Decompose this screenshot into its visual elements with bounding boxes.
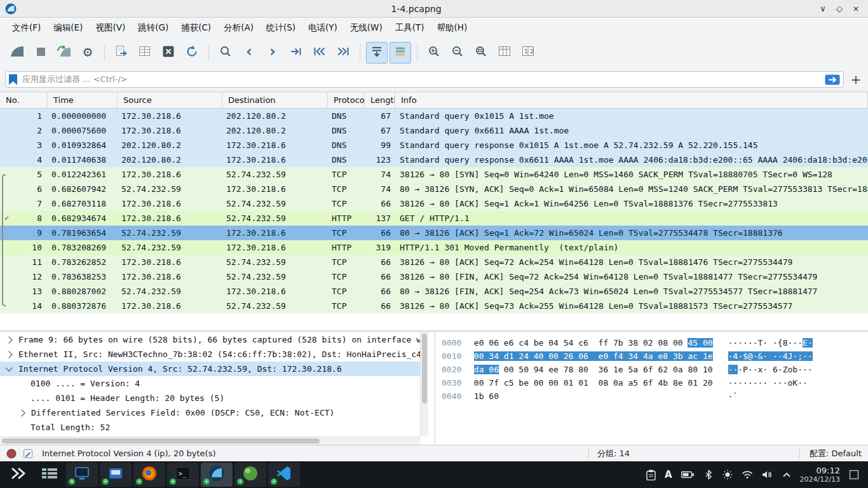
detail-line[interactable]: Differentiated Services Field: 0x00 (DSC… <box>0 405 428 420</box>
hex-row[interactable]: 001000 34 d1 24 40 00 26 06 e0 f4 34 4a … <box>435 349 868 363</box>
column-header-info[interactable]: Info <box>395 92 868 108</box>
show-desktop-button[interactable] <box>849 470 859 480</box>
restart-capture-button[interactable] <box>53 42 75 64</box>
packet-row[interactable]: 140.880372876172.30.218.652.74.232.59TCP… <box>0 299 868 313</box>
taskbar-app-terminal[interactable]: >_+ <box>167 463 199 487</box>
add-filter-button[interactable]: + <box>849 72 863 86</box>
detail-line[interactable]: Internet Protocol Version 4, Src: 52.74.… <box>0 362 428 376</box>
column-header-destination[interactable]: Destination <box>222 92 328 108</box>
packet-row[interactable]: 50.012242361172.30.218.652.74.232.59TCP7… <box>0 167 868 182</box>
column-header-no[interactable]: No. <box>0 92 48 108</box>
first-packet-button[interactable] <box>309 42 330 64</box>
detail-line[interactable]: Ethernet II, Src: NewH3CTechno_7b:38:02 … <box>0 347 428 362</box>
capture-comment-icon[interactable] <box>23 449 33 459</box>
taskbar-app-wireshark[interactable]: + <box>201 463 233 487</box>
go-to-packet-button[interactable] <box>285 42 307 64</box>
expert-info-icon[interactable] <box>6 449 17 459</box>
zoom-in-button[interactable] <box>423 42 445 64</box>
clipboard-icon[interactable] <box>646 470 656 480</box>
menu-help[interactable]: 帮助(H) <box>431 20 473 36</box>
taskbar-app-remote-desktop[interactable]: + <box>66 463 98 487</box>
menu-capture[interactable]: 捕获(C) <box>175 20 217 36</box>
save-file-button[interactable] <box>134 42 156 64</box>
display-filter-input[interactable]: 应用显示过滤器 ... <Ctrl-/> <box>5 71 844 88</box>
reload-file-button[interactable] <box>181 42 203 64</box>
hex-row[interactable]: 003000 7f c5 be 00 00 01 01 08 0a a5 6f … <box>435 376 868 390</box>
menu-statistics[interactable]: 统计(S) <box>261 20 301 36</box>
packet-row[interactable]: 90.78196365452.74.232.59172.30.218.6TCP6… <box>0 226 868 240</box>
battery-icon[interactable] <box>681 471 695 478</box>
close-file-button[interactable] <box>158 42 179 64</box>
packet-row[interactable]: 80.682934674172.30.218.652.74.232.59HTTP… <box>0 211 868 226</box>
input-method-icon[interactable]: A <box>665 469 672 480</box>
hex-row[interactable]: 0020da 06 00 50 94 ee 78 80 36 1e 5a 6f … <box>435 363 868 376</box>
close-button[interactable]: × <box>849 3 863 15</box>
zoom-out-button[interactable] <box>447 42 468 64</box>
expander-icon[interactable] <box>5 364 12 371</box>
resize-columns-button[interactable] <box>494 42 515 64</box>
detail-line[interactable]: .... 0101 = Header Length: 20 bytes (5) <box>0 391 428 405</box>
packet-row[interactable]: 60.68260794252.74.232.59172.30.218.6TCP7… <box>0 182 868 196</box>
taskbar-app-file-manager[interactable]: + <box>100 463 132 487</box>
resize-1-2-button[interactable]: 12 <box>517 42 539 64</box>
scrollbar-thumb[interactable] <box>422 334 427 403</box>
taskbar-app-firefox[interactable]: + <box>133 463 165 487</box>
open-file-button[interactable] <box>111 42 132 64</box>
menu-view[interactable]: 视图(V) <box>90 20 131 36</box>
brightness-icon[interactable] <box>722 470 733 480</box>
expander-icon[interactable] <box>5 351 12 358</box>
column-header-length[interactable]: Length <box>365 92 395 108</box>
packet-row[interactable]: 100.78320826952.74.232.59172.30.218.6HTT… <box>0 240 868 255</box>
zoom-reset-button[interactable] <box>470 42 492 64</box>
packet-row[interactable]: 120.783638253172.30.218.652.74.232.59TCP… <box>0 269 868 284</box>
go-forward-button[interactable]: › <box>262 42 283 64</box>
capture-options-button[interactable]: ⚙ <box>77 42 98 64</box>
packet-row[interactable]: 70.682703118172.30.218.652.74.232.59TCP6… <box>0 196 868 211</box>
detail-line[interactable]: Total Length: 52 <box>0 420 428 435</box>
scrollbar-thumb[interactable] <box>2 438 320 444</box>
expander-icon[interactable] <box>18 409 25 416</box>
minimize-button[interactable]: ∨ <box>816 3 830 15</box>
stop-capture-button[interactable] <box>30 42 51 64</box>
find-packet-button[interactable] <box>215 42 236 64</box>
status-profile[interactable]: 配置: Default <box>810 448 862 459</box>
packet-row[interactable]: 40.011740638202.120.80.2172.30.218.6DNS1… <box>0 152 868 167</box>
menu-edit[interactable]: 编辑(E) <box>48 20 88 36</box>
go-back-button[interactable]: ‹ <box>238 42 260 64</box>
bluetooth-icon[interactable] <box>703 470 714 480</box>
taskbar-app-code-editor[interactable]: + <box>268 463 300 487</box>
detail-line[interactable]: 0100 .... = Version: 4 <box>0 376 428 391</box>
taskbar-clock[interactable]: 09:122024/12/13 <box>800 466 840 484</box>
task-switcher-button[interactable] <box>35 463 64 487</box>
colorize-button[interactable] <box>390 42 411 64</box>
tray-expander-icon[interactable] <box>782 472 791 478</box>
packet-row[interactable]: 30.010932864202.120.80.2172.30.218.6DNS9… <box>0 138 868 152</box>
menu-file[interactable]: 文件(F) <box>6 20 46 36</box>
packet-row[interactable]: 20.000075600172.30.218.6202.120.80.2DNS6… <box>0 123 868 138</box>
packet-row[interactable]: 130.88028700252.74.232.59172.30.218.6TCP… <box>0 284 868 299</box>
last-packet-button[interactable] <box>332 42 354 64</box>
column-header-time[interactable]: Time <box>48 92 118 108</box>
app-launcher-button[interactable] <box>4 463 33 487</box>
packet-row[interactable]: 110.783262852172.30.218.652.74.232.59TCP… <box>0 255 868 269</box>
apply-filter-button[interactable] <box>825 74 840 85</box>
details-horizontal-scrollbar[interactable] <box>0 437 420 445</box>
maximize-button[interactable]: ◇ <box>832 3 846 15</box>
menu-tools[interactable]: 工具(T) <box>390 20 430 36</box>
volume-icon[interactable] <box>762 470 773 479</box>
filter-bookmark-icon[interactable] <box>9 74 17 85</box>
menu-analyze[interactable]: 分析(A) <box>218 20 259 36</box>
expander-icon[interactable] <box>5 336 12 343</box>
column-header-protocol[interactable]: Protocol <box>328 92 365 108</box>
menu-wireless[interactable]: 无线(W) <box>344 20 388 36</box>
taskbar-app-software-center[interactable]: + <box>234 463 266 487</box>
menu-telephony[interactable]: 电话(Y) <box>302 20 343 36</box>
hex-row[interactable]: 00401b 60 ·` <box>435 390 868 403</box>
column-header-source[interactable]: Source <box>118 92 222 108</box>
details-vertical-scrollbar[interactable] <box>420 332 428 437</box>
auto-scroll-button[interactable] <box>366 42 388 64</box>
menu-go[interactable]: 跳转(G) <box>132 20 174 36</box>
hex-row[interactable]: 0000e0 06 e6 c4 be 04 54 c6 ff 7b 38 02 … <box>435 336 868 349</box>
start-capture-button[interactable] <box>6 42 28 64</box>
detail-line[interactable]: Frame 9: 66 bytes on wire (528 bits), 66… <box>0 332 428 347</box>
